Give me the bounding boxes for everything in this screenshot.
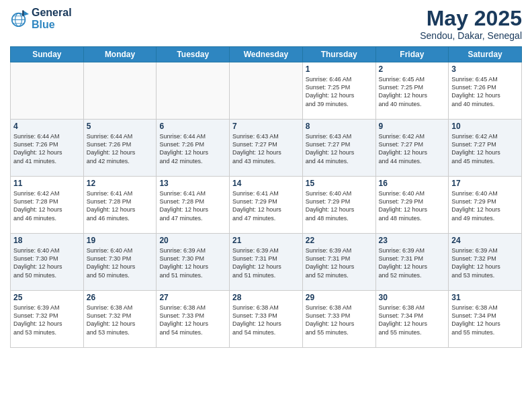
cal-cell: 21Sunrise: 6:39 AMSunset: 7:31 PMDayligh…: [230, 234, 303, 291]
day-header-friday: Friday: [375, 47, 449, 62]
day-number: 2: [379, 64, 446, 74]
header: General Blue May 2025 Sendou, Dakar, Sen…: [10, 7, 522, 41]
cell-info: Sunrise: 6:43 AMSunset: 7:27 PMDaylight:…: [232, 132, 300, 165]
title-block: May 2025 Sendou, Dakar, Senegal: [420, 7, 522, 41]
day-header-monday: Monday: [83, 47, 157, 62]
cell-info: Sunrise: 6:45 AMSunset: 7:26 PMDaylight:…: [451, 75, 519, 108]
cal-cell: 26Sunrise: 6:38 AMSunset: 7:32 PMDayligh…: [83, 291, 157, 348]
cal-cell: 30Sunrise: 6:38 AMSunset: 7:34 PMDayligh…: [375, 291, 449, 348]
cell-info: Sunrise: 6:41 AMSunset: 7:28 PMDaylight:…: [159, 189, 226, 222]
cell-info: Sunrise: 6:44 AMSunset: 7:26 PMDaylight:…: [159, 132, 226, 165]
cell-info: Sunrise: 6:38 AMSunset: 7:33 PMDaylight:…: [306, 304, 373, 336]
day-number: 12: [87, 179, 154, 188]
cal-cell: 13Sunrise: 6:41 AMSunset: 7:28 PMDayligh…: [157, 177, 230, 234]
calendar-table: SundayMondayTuesdayWednesdayThursdayFrid…: [10, 46, 522, 348]
logo: General Blue: [10, 7, 72, 30]
cal-cell: [11, 62, 84, 120]
day-number: 16: [379, 179, 446, 188]
cell-info: Sunrise: 6:43 AMSunset: 7:27 PMDaylight:…: [306, 132, 373, 165]
cal-cell: 31Sunrise: 6:38 AMSunset: 7:34 PMDayligh…: [449, 291, 522, 348]
cal-cell: 4Sunrise: 6:44 AMSunset: 7:26 PMDaylight…: [11, 120, 84, 177]
cell-info: Sunrise: 6:40 AMSunset: 7:30 PMDaylight:…: [87, 246, 154, 279]
cell-info: Sunrise: 6:41 AMSunset: 7:28 PMDaylight:…: [87, 189, 154, 222]
cal-cell: 23Sunrise: 6:39 AMSunset: 7:31 PMDayligh…: [375, 234, 449, 291]
cal-cell: 17Sunrise: 6:40 AMSunset: 7:29 PMDayligh…: [449, 177, 522, 234]
cell-info: Sunrise: 6:39 AMSunset: 7:31 PMDaylight:…: [379, 246, 446, 279]
cell-info: Sunrise: 6:42 AMSunset: 7:27 PMDaylight:…: [379, 132, 446, 165]
cell-info: Sunrise: 6:39 AMSunset: 7:30 PMDaylight:…: [159, 246, 226, 279]
day-number: 5: [87, 122, 154, 131]
cal-cell: 19Sunrise: 6:40 AMSunset: 7:30 PMDayligh…: [83, 234, 157, 291]
cal-cell: 24Sunrise: 6:39 AMSunset: 7:32 PMDayligh…: [449, 234, 522, 291]
day-number: 7: [232, 122, 300, 131]
cal-cell: [230, 62, 303, 120]
day-number: 1: [306, 64, 373, 74]
day-number: 4: [13, 122, 81, 131]
cal-cell: 20Sunrise: 6:39 AMSunset: 7:30 PMDayligh…: [157, 234, 230, 291]
week-row-4: 18Sunrise: 6:40 AMSunset: 7:30 PMDayligh…: [11, 234, 522, 291]
cal-cell: 7Sunrise: 6:43 AMSunset: 7:27 PMDaylight…: [230, 120, 303, 177]
day-header-wednesday: Wednesday: [230, 47, 303, 62]
cal-cell: [83, 62, 157, 120]
day-number: 18: [13, 236, 81, 245]
location: Sendou, Dakar, Senegal: [420, 30, 522, 41]
cal-cell: [157, 62, 230, 120]
day-number: 31: [451, 293, 519, 302]
cal-cell: 12Sunrise: 6:41 AMSunset: 7:28 PMDayligh…: [83, 177, 157, 234]
cal-cell: 15Sunrise: 6:40 AMSunset: 7:29 PMDayligh…: [302, 177, 375, 234]
day-number: 17: [451, 179, 519, 188]
day-number: 9: [379, 122, 446, 131]
cal-cell: 8Sunrise: 6:43 AMSunset: 7:27 PMDaylight…: [302, 120, 375, 177]
cal-cell: 3Sunrise: 6:45 AMSunset: 7:26 PMDaylight…: [449, 62, 522, 120]
cell-info: Sunrise: 6:39 AMSunset: 7:31 PMDaylight:…: [232, 246, 300, 279]
day-number: 3: [451, 64, 519, 74]
day-number: 26: [87, 293, 154, 302]
svg-rect-7: [22, 10, 24, 15]
header-row: SundayMondayTuesdayWednesdayThursdayFrid…: [11, 47, 522, 62]
cell-info: Sunrise: 6:40 AMSunset: 7:29 PMDaylight:…: [306, 189, 373, 222]
day-header-thursday: Thursday: [302, 47, 375, 62]
cal-cell: 28Sunrise: 6:38 AMSunset: 7:33 PMDayligh…: [230, 291, 303, 348]
cal-cell: 11Sunrise: 6:42 AMSunset: 7:28 PMDayligh…: [11, 177, 84, 234]
cal-cell: 14Sunrise: 6:41 AMSunset: 7:29 PMDayligh…: [230, 177, 303, 234]
day-number: 28: [232, 293, 300, 302]
cell-info: Sunrise: 6:44 AMSunset: 7:26 PMDaylight:…: [13, 132, 81, 165]
day-number: 8: [306, 122, 373, 131]
day-header-sunday: Sunday: [11, 47, 84, 62]
cell-info: Sunrise: 6:39 AMSunset: 7:31 PMDaylight:…: [306, 246, 373, 279]
cal-cell: 6Sunrise: 6:44 AMSunset: 7:26 PMDaylight…: [157, 120, 230, 177]
day-header-tuesday: Tuesday: [157, 47, 230, 62]
cell-info: Sunrise: 6:44 AMSunset: 7:26 PMDaylight:…: [87, 132, 154, 165]
page: General Blue May 2025 Sendou, Dakar, Sen…: [0, 0, 532, 411]
day-number: 21: [232, 236, 300, 245]
cell-info: Sunrise: 6:38 AMSunset: 7:32 PMDaylight:…: [87, 304, 154, 336]
cell-info: Sunrise: 6:38 AMSunset: 7:33 PMDaylight:…: [232, 304, 300, 336]
week-row-2: 4Sunrise: 6:44 AMSunset: 7:26 PMDaylight…: [11, 120, 522, 177]
day-number: 29: [306, 293, 373, 302]
day-number: 25: [13, 293, 81, 302]
cell-info: Sunrise: 6:45 AMSunset: 7:25 PMDaylight:…: [379, 75, 446, 108]
cal-cell: 1Sunrise: 6:46 AMSunset: 7:25 PMDaylight…: [302, 62, 375, 120]
day-number: 6: [159, 122, 226, 131]
day-number: 20: [159, 236, 226, 245]
week-row-3: 11Sunrise: 6:42 AMSunset: 7:28 PMDayligh…: [11, 177, 522, 234]
cell-info: Sunrise: 6:38 AMSunset: 7:33 PMDaylight:…: [159, 304, 226, 336]
cal-cell: 29Sunrise: 6:38 AMSunset: 7:33 PMDayligh…: [302, 291, 375, 348]
cell-info: Sunrise: 6:39 AMSunset: 7:32 PMDaylight:…: [13, 304, 81, 336]
cell-info: Sunrise: 6:40 AMSunset: 7:29 PMDaylight:…: [451, 189, 519, 222]
cell-info: Sunrise: 6:41 AMSunset: 7:29 PMDaylight:…: [232, 189, 300, 222]
day-number: 19: [87, 236, 154, 245]
day-number: 30: [379, 293, 446, 302]
day-number: 13: [159, 179, 226, 188]
logo-text: General Blue: [32, 7, 72, 30]
cell-info: Sunrise: 6:46 AMSunset: 7:25 PMDaylight:…: [306, 75, 373, 108]
cell-info: Sunrise: 6:40 AMSunset: 7:30 PMDaylight:…: [13, 246, 81, 279]
cal-cell: 10Sunrise: 6:42 AMSunset: 7:27 PMDayligh…: [449, 120, 522, 177]
day-number: 24: [451, 236, 519, 245]
day-header-saturday: Saturday: [449, 47, 522, 62]
cal-cell: 5Sunrise: 6:44 AMSunset: 7:26 PMDaylight…: [83, 120, 157, 177]
cal-cell: 9Sunrise: 6:42 AMSunset: 7:27 PMDaylight…: [375, 120, 449, 177]
day-number: 11: [13, 179, 81, 188]
cal-cell: 2Sunrise: 6:45 AMSunset: 7:25 PMDaylight…: [375, 62, 449, 120]
cal-cell: 25Sunrise: 6:39 AMSunset: 7:32 PMDayligh…: [11, 291, 84, 348]
